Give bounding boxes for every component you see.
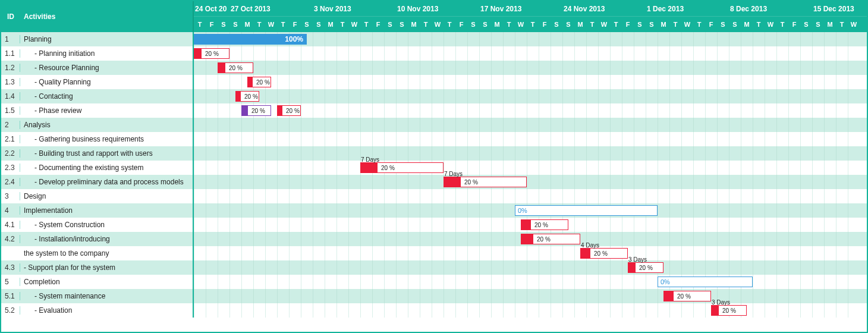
- row-left: 1.2- Resource Planning: [1, 61, 194, 75]
- bar-percent-label: 20 %: [227, 63, 243, 73]
- row-timeline: 20 %: [194, 61, 867, 75]
- bar-top-label: 4 Days: [581, 242, 599, 249]
- gantt-bar[interactable]: 20 %: [247, 77, 271, 87]
- timeline-day-letter: T: [253, 17, 265, 32]
- bar-percent-label: 20 %: [720, 306, 736, 315]
- timeline-day-letter: W: [348, 17, 360, 32]
- gantt-row[interactable]: 1.1- Planning initiation20 %: [1, 46, 867, 61]
- gantt-row[interactable]: 4.3- Support plan for the system20 %3 Da…: [1, 260, 867, 275]
- timeline-day-letter: W: [681, 17, 693, 32]
- gantt-row[interactable]: the system to the company20 %4 Days: [1, 246, 867, 260]
- bar-progress: [521, 220, 531, 230]
- row-activity: Design: [20, 192, 193, 200]
- bar-percent-label: 20 %: [532, 220, 548, 230]
- gantt-body: 1Planning100%1.1- Planning initiation20 …: [1, 32, 867, 318]
- gantt-bar[interactable]: 20 %4 Days: [580, 248, 628, 259]
- gantt-row[interactable]: 2.2- Building trust and rapport with use…: [1, 146, 867, 161]
- timeline-day-letter: W: [515, 17, 527, 32]
- timeline-day-letter: W: [265, 17, 277, 32]
- header-timeline: 24 Oct 2027 Oct 20133 Nov 201310 Nov 201…: [194, 1, 867, 32]
- timeline-day-letter: W: [848, 17, 860, 32]
- timeline-day-letter: S: [313, 17, 325, 32]
- timeline-day-letter: M: [574, 17, 586, 32]
- bar-percent-label: 20 %: [462, 177, 478, 187]
- gantt-bar[interactable]: 0%: [658, 277, 753, 287]
- timeline-date-label: 24 Oct 20: [194, 1, 228, 17]
- gantt-row[interactable]: 2.4- Develop preliminary data and proces…: [1, 175, 867, 189]
- col-header-id: ID: [1, 12, 20, 21]
- gantt-bar[interactable]: 0%: [515, 205, 658, 216]
- gantt-row[interactable]: 5.2- Evaluation20 %3 Days: [1, 303, 867, 318]
- row-timeline: 20 %: [194, 232, 867, 246]
- timeline-day-letter: F: [788, 17, 800, 32]
- row-left: 4.1- System Construction: [1, 218, 194, 232]
- row-left: 4.3- Support plan for the system: [1, 260, 194, 275]
- bar-percent-label: 20 %: [203, 49, 219, 58]
- gantt-row[interactable]: 1.3- Quality Planning20 %: [1, 75, 867, 89]
- gantt-bar[interactable]: 100%: [194, 34, 307, 45]
- row-timeline: 20 %: [194, 46, 867, 61]
- row-id: 2.1: [1, 135, 20, 143]
- gantt-row[interactable]: 1.4- Contacting20 %: [1, 89, 867, 103]
- bar-progress: [712, 306, 719, 315]
- gantt-row[interactable]: 1.5- Phase review20 %20 %: [1, 103, 867, 118]
- row-id: 5.1: [1, 292, 20, 300]
- timeline-day-letter: S: [467, 17, 479, 32]
- timeline-day-letter: F: [372, 17, 384, 32]
- gantt-bar[interactable]: 20 %: [521, 219, 568, 230]
- timeline-day-letter: T: [753, 17, 765, 32]
- gantt-bar[interactable]: 20 %: [194, 48, 229, 59]
- timeline-day-letter: S: [551, 17, 562, 32]
- bar-top-label: 7 Days: [444, 171, 463, 177]
- row-timeline: 20 %7 Days: [194, 161, 867, 175]
- timeline-day-letter: M: [658, 17, 669, 32]
- gantt-row[interactable]: 2Analysis: [1, 118, 867, 132]
- bar-top-label: 3 Days: [712, 299, 730, 306]
- gantt-bar[interactable]: 20 %7 Days: [360, 162, 444, 173]
- timeline-day-letter: T: [776, 17, 788, 32]
- gantt-row[interactable]: 2.3- Documenting the existing system20 %…: [1, 161, 867, 175]
- row-left: 3Design: [1, 189, 194, 203]
- gantt-bar[interactable]: 20 %: [218, 62, 253, 73]
- gantt-row[interactable]: 1.2- Resource Planning20 %: [1, 61, 867, 75]
- row-activity: - System Construction: [20, 221, 193, 229]
- timeline-day-letter: M: [325, 17, 336, 32]
- gantt-row[interactable]: 4.2- Installation/introducing20 %: [1, 232, 867, 246]
- bar-progress: [361, 163, 378, 172]
- gantt-bar[interactable]: 20 %3 Days: [628, 262, 663, 273]
- row-id: 4.2: [1, 235, 20, 243]
- timeline-day-letter: T: [836, 17, 848, 32]
- gantt-row[interactable]: 4Implementation0%: [1, 203, 867, 218]
- gantt-row[interactable]: 2.1- Gathering business requirements: [1, 132, 867, 146]
- timeline-day-letter: S: [218, 17, 229, 32]
- gantt-bar[interactable]: 20 %: [241, 105, 271, 116]
- row-activity: Analysis: [20, 121, 193, 129]
- gantt-bar[interactable]: 20 %3 Days: [711, 305, 747, 316]
- gantt-bar[interactable]: 20 %: [277, 105, 301, 116]
- row-activity: - Phase review: [20, 106, 193, 115]
- gantt-row[interactable]: 1Planning100%: [1, 32, 867, 46]
- row-left: 2.1- Gathering business requirements: [1, 132, 194, 146]
- gantt-row[interactable]: 5Completion0%: [1, 275, 867, 289]
- gantt-bar[interactable]: 20 %: [235, 91, 259, 102]
- gantt-row[interactable]: 3Design: [1, 189, 867, 203]
- row-id: 1.2: [1, 64, 20, 72]
- timeline-day-letter: S: [812, 17, 824, 32]
- bar-progress: [248, 77, 253, 87]
- timeline-day-letter: F: [539, 17, 551, 32]
- row-activity: - Develop preliminary data and process m…: [20, 178, 193, 186]
- timeline-date-label: 1 Dec 2013: [646, 1, 685, 17]
- row-timeline: 0%: [194, 203, 867, 218]
- row-left: 1.3- Quality Planning: [1, 75, 194, 89]
- gantt-row[interactable]: 5.1- System maintenance20 %: [1, 289, 867, 303]
- gantt-bar[interactable]: 20 %: [521, 234, 580, 244]
- timeline-day-letter: S: [800, 17, 812, 32]
- gantt-bar[interactable]: 20 %7 Days: [444, 177, 527, 187]
- row-left: 2.4- Develop preliminary data and proces…: [1, 175, 194, 189]
- gantt-row[interactable]: 4.1- System Construction20 %: [1, 218, 867, 232]
- timeline-day-letter: T: [336, 17, 348, 32]
- timeline-date-label: 8 Dec 2013: [729, 1, 768, 17]
- gantt-bar[interactable]: 20 %: [663, 291, 711, 301]
- timeline-day-letter: F: [206, 17, 218, 32]
- row-timeline: 20 %3 Days: [194, 260, 867, 275]
